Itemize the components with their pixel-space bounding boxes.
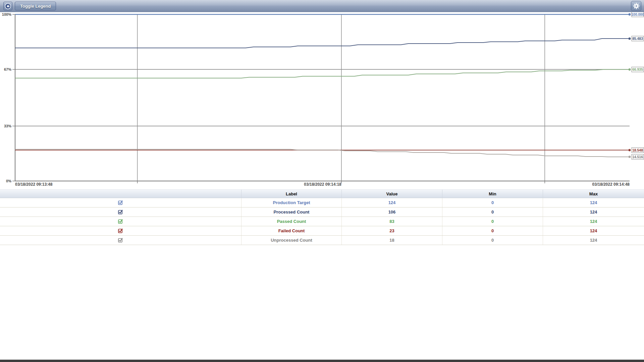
series-label: Production Target xyxy=(241,198,342,207)
header-label: Label xyxy=(241,190,342,198)
series-min: 0 xyxy=(442,226,543,235)
series-label: Failed Count xyxy=(241,226,342,235)
series-value: 18 xyxy=(342,236,442,245)
end-value-label: 66.935 xyxy=(632,67,643,71)
series-line xyxy=(15,39,630,48)
series-visibility-checkbox[interactable] xyxy=(118,228,123,234)
series-value: 124 xyxy=(342,198,442,207)
series-label: Passed Count xyxy=(241,217,342,226)
header-checkbox-column xyxy=(0,190,241,198)
series-end-dot xyxy=(629,68,631,71)
series-min: 0 xyxy=(442,236,543,245)
series-end-dot xyxy=(629,38,631,40)
toggle-legend-button[interactable]: Toggle Legend xyxy=(15,2,56,10)
checkbox-cell xyxy=(0,226,241,235)
legend-table-header: Label Value Min Max xyxy=(0,189,644,198)
series-visibility-checkbox[interactable] xyxy=(118,200,123,205)
x-axis-label: 03/18/2022 09:14:18 xyxy=(304,182,341,187)
series-end-dot xyxy=(629,13,631,16)
series-max: 124 xyxy=(543,226,644,235)
series-max: 124 xyxy=(543,217,644,226)
y-axis-label: 67% xyxy=(4,67,11,71)
series-max: 124 xyxy=(543,236,644,245)
checkbox-cell xyxy=(0,198,241,207)
x-axis-label: 03/18/2022 09:13:48 xyxy=(15,182,53,187)
checkbox-cell xyxy=(0,236,241,245)
series-label: Unprocessed Count xyxy=(241,236,342,245)
series-value: 106 xyxy=(342,207,442,217)
settings-button[interactable] xyxy=(631,1,641,11)
back-icon xyxy=(4,3,11,10)
end-value-label: 85.483 xyxy=(632,37,643,41)
legend-table: Label Value Min Max Production Target124… xyxy=(0,189,644,245)
series-visibility-checkbox[interactable] xyxy=(118,209,123,215)
back-button[interactable] xyxy=(3,2,12,10)
series-min: 0 xyxy=(442,207,543,217)
legend-table-row: Unprocessed Count180124 xyxy=(0,236,644,245)
bottom-bar xyxy=(0,360,644,362)
series-label: Processed Count xyxy=(241,207,342,217)
series-end-dot xyxy=(629,156,631,158)
gear-icon xyxy=(632,2,640,10)
series-min: 0 xyxy=(442,217,543,226)
series-visibility-checkbox[interactable] xyxy=(118,219,123,224)
series-visibility-checkbox[interactable] xyxy=(118,237,123,243)
legend-table-row: Failed Count230124 xyxy=(0,226,644,236)
legend-table-row: Passed Count830124 xyxy=(0,217,644,226)
series-value: 23 xyxy=(342,226,442,235)
y-axis-label: 0% xyxy=(6,179,11,183)
series-line xyxy=(15,149,630,157)
checkbox-cell xyxy=(0,217,241,226)
toggle-legend-label: Toggle Legend xyxy=(20,4,51,9)
series-value: 83 xyxy=(342,217,442,226)
series-min: 0 xyxy=(442,198,543,207)
y-axis-label: 33% xyxy=(4,124,11,128)
end-value-label: 14.516 xyxy=(632,155,643,159)
header-max: Max xyxy=(543,190,644,198)
x-axis-label: 03/18/2022 09:14:48 xyxy=(592,182,630,187)
series-max: 124 xyxy=(543,198,644,207)
end-value-label: 18.548 xyxy=(632,148,643,152)
series-end-dot xyxy=(629,149,631,151)
series-line xyxy=(15,69,630,78)
toolbar: Toggle Legend xyxy=(0,0,644,12)
line-chart: 100%67%33%0%03/18/2022 09:13:4803/18/202… xyxy=(0,12,644,188)
series-max: 124 xyxy=(543,207,644,217)
y-axis-label: 100% xyxy=(2,12,11,16)
header-min: Min xyxy=(442,190,543,198)
legend-table-row: Processed Count1060124 xyxy=(0,207,644,217)
legend-table-row: Production Target1240124 xyxy=(0,198,644,207)
header-value: Value xyxy=(342,190,442,198)
chart-area: 100%67%33%0%03/18/2022 09:13:4803/18/202… xyxy=(0,12,644,188)
checkbox-cell xyxy=(0,207,241,217)
end-value-label: 100.000 xyxy=(631,12,644,16)
